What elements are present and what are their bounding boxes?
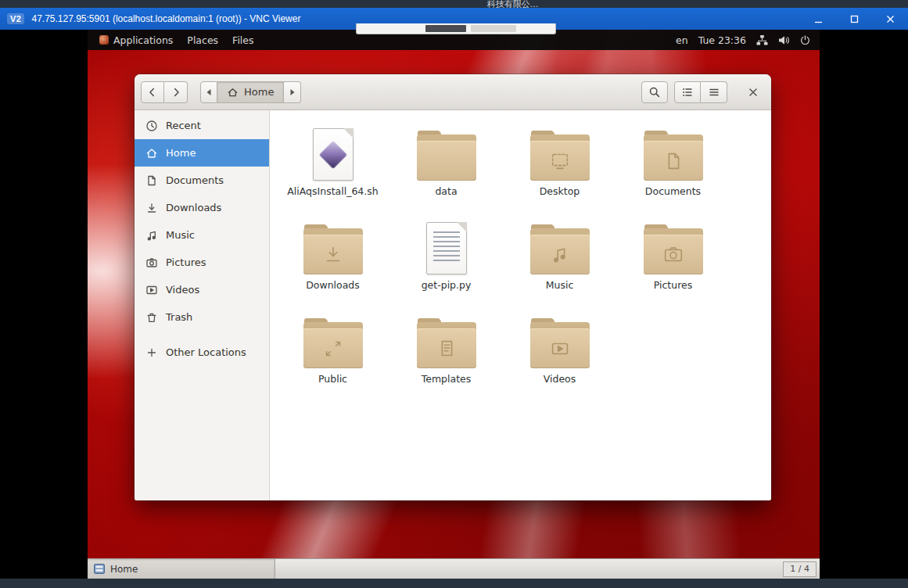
folder-icon bbox=[303, 310, 363, 368]
workspace-indicator[interactable]: 1 / 4 bbox=[783, 561, 816, 577]
volume-icon[interactable] bbox=[778, 35, 790, 45]
sidebar-item-label: Documents bbox=[166, 174, 224, 186]
topbar-menu-applications[interactable]: Applications bbox=[92, 30, 180, 50]
maximize-button[interactable] bbox=[836, 8, 872, 30]
camera-icon bbox=[145, 256, 158, 269]
chevron-right-icon bbox=[170, 86, 182, 99]
folder-icon bbox=[417, 123, 476, 181]
list-view-button[interactable] bbox=[674, 81, 701, 103]
sidebar-item-videos[interactable]: Videos bbox=[135, 276, 269, 303]
folder-icon bbox=[417, 310, 476, 368]
path-label: Home bbox=[244, 86, 274, 98]
file-item-templates[interactable]: Templates bbox=[396, 310, 497, 387]
vnc-window-title: 47.75.127.95:5901 (localhost.localdomain… bbox=[31, 13, 300, 24]
download-icon bbox=[145, 202, 158, 214]
folder-icon bbox=[303, 217, 363, 274]
file-item-videos[interactable]: Videos bbox=[509, 310, 611, 387]
chevron-left-icon bbox=[146, 86, 159, 99]
sidebar-item-label: Videos bbox=[166, 284, 199, 296]
file-manager-icon bbox=[94, 564, 105, 574]
shell-script-icon bbox=[313, 123, 354, 181]
sidebar-item-recent[interactable]: Recent bbox=[135, 112, 269, 139]
sidebar-item-home[interactable]: Home bbox=[135, 139, 269, 167]
path-bar: Home bbox=[200, 81, 301, 103]
file-item-music[interactable]: Music bbox=[509, 217, 611, 293]
file-item-pictures[interactable]: Pictures bbox=[623, 217, 724, 293]
view-options-group bbox=[674, 81, 727, 103]
file-item-downloads[interactable]: Downloads bbox=[282, 217, 384, 293]
hamburger-menu-icon bbox=[708, 86, 720, 99]
file-label: data bbox=[435, 185, 457, 197]
file-item-aliaqsinstall-64-sh[interactable]: AliAqsInstall_64.sh bbox=[282, 123, 384, 199]
pictures-emblem-icon bbox=[644, 235, 703, 274]
sidebar-item-downloads[interactable]: Downloads bbox=[135, 194, 269, 221]
folder-icon bbox=[530, 217, 590, 274]
sidebar-item-music[interactable]: Music bbox=[135, 221, 269, 249]
path-scroll-right-button[interactable] bbox=[284, 81, 301, 103]
network-icon[interactable] bbox=[756, 35, 768, 45]
back-button[interactable] bbox=[141, 81, 164, 103]
file-item-get-pip-py[interactable]: get-pip.py bbox=[396, 217, 497, 293]
path-home-button[interactable]: Home bbox=[217, 81, 284, 103]
file-label: Public bbox=[318, 373, 347, 385]
gnome-menus: ApplicationsPlacesFiles bbox=[92, 30, 261, 50]
history-nav-group bbox=[141, 81, 188, 103]
triangle-right-icon bbox=[289, 88, 296, 96]
templates-emblem-icon bbox=[417, 328, 476, 368]
file-label: Templates bbox=[422, 373, 472, 385]
file-label: Music bbox=[546, 279, 574, 291]
none-emblem-icon bbox=[417, 141, 476, 181]
files-grid: AliAqsInstall_64.shdataDesktopDocumentsD… bbox=[270, 110, 771, 500]
file-item-documents[interactable]: Documents bbox=[623, 123, 724, 199]
topbar-menu-label: Places bbox=[187, 34, 218, 46]
sidebar-item-documents[interactable]: Documents bbox=[135, 167, 269, 194]
recent-icon bbox=[145, 120, 158, 132]
taskbar-window-button-home[interactable]: Home bbox=[88, 559, 275, 579]
clock[interactable]: Tue 23:36 bbox=[698, 34, 746, 46]
search-icon bbox=[648, 86, 661, 99]
file-label: Pictures bbox=[654, 279, 693, 291]
sidebar-item-label: Home bbox=[166, 147, 196, 159]
file-label: Documents bbox=[645, 185, 701, 197]
sidebar-item-label: Music bbox=[166, 229, 195, 241]
sidebar-item-trash[interactable]: Trash bbox=[135, 303, 269, 331]
downloads-emblem-icon bbox=[303, 235, 363, 274]
file-item-desktop[interactable]: Desktop bbox=[509, 123, 611, 199]
sidebar-item-other-locations[interactable]: Other Locations bbox=[135, 339, 269, 366]
documents-emblem-icon bbox=[644, 141, 703, 181]
file-label: get-pip.py bbox=[422, 279, 472, 291]
close-icon bbox=[748, 87, 759, 98]
search-button[interactable] bbox=[641, 81, 668, 103]
list-view-icon bbox=[681, 86, 694, 99]
file-label: Videos bbox=[544, 373, 576, 385]
text-file-icon bbox=[426, 217, 467, 274]
plus-icon bbox=[145, 346, 158, 359]
topbar-menu-label: Files bbox=[232, 34, 253, 46]
video-icon bbox=[145, 284, 158, 296]
minimize-button[interactable] bbox=[800, 8, 836, 30]
file-item-public[interactable]: Public bbox=[282, 310, 384, 387]
videos-emblem-icon bbox=[530, 328, 590, 368]
window-close-button[interactable] bbox=[743, 81, 763, 103]
vnc-toolbar-segment bbox=[471, 25, 516, 32]
sidebar-item-pictures[interactable]: Pictures bbox=[135, 249, 269, 276]
topbar-menu-files[interactable]: Files bbox=[225, 30, 260, 50]
file-item-data[interactable]: data bbox=[396, 123, 497, 199]
sidebar-item-label: Trash bbox=[166, 311, 192, 323]
keyboard-layout-indicator[interactable]: en bbox=[676, 34, 688, 46]
sidebar-item-label: Pictures bbox=[166, 256, 206, 268]
power-icon[interactable] bbox=[800, 35, 810, 45]
vnc-logo-icon: V2 bbox=[7, 13, 24, 24]
minimize-icon bbox=[814, 15, 823, 23]
forward-button[interactable] bbox=[164, 81, 188, 103]
trash-icon bbox=[145, 311, 158, 324]
workspace-indicator-label: 1 / 4 bbox=[790, 564, 809, 574]
vnc-collapsed-toolbar[interactable] bbox=[356, 23, 556, 34]
path-scroll-left-button[interactable] bbox=[200, 81, 217, 103]
file-label: Downloads bbox=[306, 279, 360, 291]
close-button[interactable] bbox=[872, 8, 908, 30]
files-headerbar: Home bbox=[135, 74, 771, 110]
menu-button[interactable] bbox=[701, 81, 727, 103]
topbar-menu-places[interactable]: Places bbox=[180, 30, 225, 50]
home-icon bbox=[227, 87, 239, 98]
